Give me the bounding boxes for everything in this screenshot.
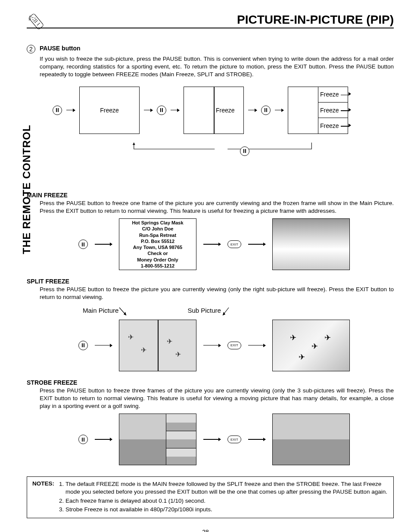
freeze-cycle-diagram: Freeze Freeze Freeze Freeze Freeze <box>53 87 394 160</box>
page-number: 28 <box>17 529 394 532</box>
arrow-icon <box>203 439 221 440</box>
split-freeze-body: Press the PAUSE button to freeze the pic… <box>40 286 394 301</box>
split-labels: Main Picture Sub Picture <box>83 307 394 316</box>
return-arrow <box>132 143 313 156</box>
strobe-freeze-box: Freeze Freeze Freeze <box>288 87 348 134</box>
svg-marker-13 <box>133 143 135 145</box>
svg-point-12 <box>38 24 39 25</box>
page-title: PICTURE-IN-PICTURE (PIP) <box>27 13 394 28</box>
main-freeze-box: Freeze <box>79 87 140 134</box>
notes-label: NOTES: <box>32 480 54 514</box>
arrow-icon <box>95 244 112 245</box>
pause-icon <box>78 435 88 444</box>
split-freeze-box: Freeze <box>184 87 244 134</box>
svg-point-4 <box>34 20 35 22</box>
note-item: Strobe Freeze is not available in 480p/7… <box>65 506 388 513</box>
main-freeze-title: MAIN FREEZE <box>27 192 394 199</box>
step-number: 2 <box>27 45 35 53</box>
pause-icon <box>240 146 249 156</box>
svg-point-5 <box>35 19 37 20</box>
svg-point-10 <box>37 25 38 26</box>
pause-icon <box>157 106 166 115</box>
step-title: PAUSE button <box>40 45 81 52</box>
strobe-freeze-flow: EXIT <box>78 414 394 465</box>
main-freeze-body: Press the PAUSE button to freeze one fra… <box>40 199 394 215</box>
exit-button-icon: EXIT <box>227 436 241 443</box>
svg-point-11 <box>39 23 40 24</box>
address-frame: Hot Springs Clay Mask C/O John Doe Run-S… <box>119 218 196 270</box>
pause-icon <box>78 240 88 249</box>
arrow-icon <box>171 110 179 111</box>
arrow-icon <box>203 244 221 245</box>
svg-point-3 <box>34 18 36 19</box>
svg-point-2 <box>32 19 34 20</box>
strobe-freeze-body: Press the PAUSE button to freeze three f… <box>40 387 394 411</box>
remote-control-icon <box>27 12 46 31</box>
note-item: Each freeze frame is delayed about 0.1 (… <box>65 497 388 505</box>
arrow-icon <box>248 110 257 111</box>
svg-point-9 <box>36 21 37 22</box>
output-frame <box>272 218 350 270</box>
exit-button-icon: EXIT <box>227 240 241 248</box>
exit-button-icon: EXIT <box>227 342 241 349</box>
arrow-icon <box>275 110 283 111</box>
output-frame <box>272 414 350 465</box>
arrow-icon <box>248 345 265 346</box>
side-chapter-label: THE REMOTE CONTROL <box>21 124 33 254</box>
arrow-icon <box>248 244 265 245</box>
arrow-icon <box>95 439 112 440</box>
svg-point-6 <box>34 20 36 21</box>
pause-icon <box>261 106 271 115</box>
strobe-freeze-title: STROBE FREEZE <box>27 379 394 386</box>
svg-point-1 <box>32 17 34 18</box>
step-body: If you wish to freeze the sub-picture, p… <box>40 55 394 79</box>
arrow-icon <box>144 110 153 111</box>
svg-point-7 <box>34 22 36 23</box>
notes-box: NOTES: The default FREEZE mode is the MA… <box>27 476 394 518</box>
pause-icon <box>78 341 88 350</box>
main-freeze-flow: Hot Springs Clay Mask C/O John Doe Run-S… <box>78 218 394 270</box>
arrow-icon <box>66 110 75 111</box>
arrow-icon <box>95 345 112 346</box>
arrow-icon <box>203 345 221 346</box>
split-frame: ✈✈ ✈✈ <box>119 320 196 371</box>
split-freeze-flow: ✈✈ ✈✈ EXIT ✈ ✈ ✈ ✈ <box>78 320 394 371</box>
notes-list: The default FREEZE mode is the MAIN free… <box>57 480 388 514</box>
strobe-frame <box>119 414 196 465</box>
svg-marker-15 <box>124 312 126 315</box>
split-freeze-title: SPLIT FREEZE <box>27 278 394 285</box>
svg-point-8 <box>37 20 38 22</box>
arrow-icon <box>248 439 265 440</box>
pause-icon <box>53 106 62 115</box>
output-frame: ✈ ✈ ✈ ✈ <box>272 320 350 371</box>
note-item: The default FREEZE mode is the MAIN free… <box>65 480 388 496</box>
